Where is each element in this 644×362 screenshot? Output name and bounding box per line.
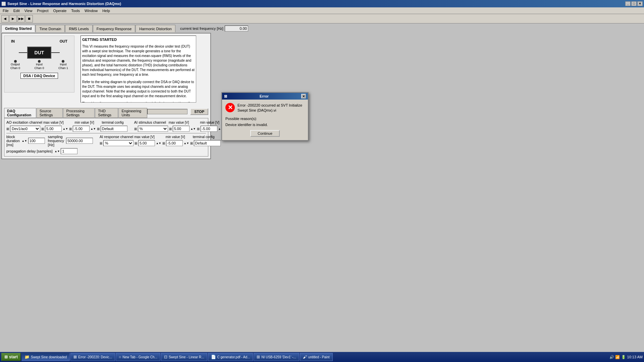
ao-excitation-section: AO excitation channel max value [V] min … bbox=[6, 120, 127, 132]
sampling-freq-input[interactable] bbox=[66, 138, 93, 144]
tab-getting-started[interactable]: Getting Started bbox=[1, 25, 35, 32]
ai-resp-max-input[interactable] bbox=[138, 140, 155, 146]
taskbar-label-0: Swept Sine downloaded bbox=[31, 355, 67, 359]
tab-thd-settings[interactable]: THD Settings bbox=[95, 108, 118, 118]
tab-source-settings[interactable]: Source Settings bbox=[37, 108, 63, 118]
text-content[interactable]: GETTING STARTED This VI measures the fre… bbox=[80, 36, 196, 103]
ao-max-input[interactable] bbox=[45, 126, 62, 132]
header-bar: Getting Started Time Domain RMS Levels F… bbox=[1, 25, 643, 32]
ai-stimulus-label: AI stimulus channel bbox=[134, 120, 168, 124]
ao-max-label: max value [V] bbox=[43, 121, 64, 124]
taskbar-item-3[interactable]: ⊡ Swept Sine - Linear R... bbox=[161, 353, 207, 361]
taskbar-item-1[interactable]: ⊠ Error -200220: Devic... bbox=[70, 353, 115, 361]
config-row-1: AO excitation channel max value [V] min … bbox=[6, 120, 206, 132]
ao-channel-icon: ⊞ bbox=[6, 127, 9, 131]
ao-term-label: terminal config bbox=[102, 121, 123, 124]
paragraph-2: Refer to the wiring diagram to physicall… bbox=[82, 80, 195, 99]
toolbar-run-cont[interactable]: ▶▶ bbox=[17, 15, 25, 22]
ao-max-spin[interactable]: ▲▼ bbox=[63, 127, 68, 130]
menu-edit[interactable]: Edit bbox=[11, 8, 22, 13]
taskbar-icon-6: 🖌 bbox=[303, 355, 307, 359]
ai-stim-max-spin[interactable]: ▲▼ bbox=[191, 127, 196, 130]
taskbar-item-0[interactable]: 📁 Swept Sine downloaded bbox=[21, 353, 70, 361]
toolbar-stop[interactable]: ⏹ bbox=[25, 15, 33, 22]
menu-file[interactable]: File bbox=[1, 8, 11, 13]
ao-min-label: min value [V] bbox=[75, 121, 94, 124]
taskbar-item-4[interactable]: 📄 C generator.pdf - Ad... bbox=[208, 353, 253, 361]
title-bar: ⬜ Swept Sine - Linear Response and Harmo… bbox=[0, 0, 644, 7]
taskbar-icon-5: ⊞ bbox=[257, 355, 260, 359]
title-bar-title: ⬜ Swept Sine - Linear Response and Harmo… bbox=[1, 2, 121, 6]
ai-resp-term-label: terminal config bbox=[193, 135, 215, 139]
tab-processing-settings[interactable]: Processing Settings bbox=[63, 108, 95, 118]
taskbar-item-5[interactable]: ⊞ NI USB-6259 'Dev1' -... bbox=[254, 353, 299, 361]
menu-tools[interactable]: Tools bbox=[69, 8, 82, 13]
ao-channel-select[interactable]: Dev1/ao0 bbox=[10, 126, 40, 132]
taskbar-item-2[interactable]: ○ New Tab - Google Ch... bbox=[116, 353, 160, 361]
diagram-area: IN OUT DUT OutputChan 0 bbox=[4, 36, 78, 93]
toolbar-back[interactable]: ◀ bbox=[1, 15, 9, 22]
getting-started-content: IN OUT DUT OutputChan 0 bbox=[4, 36, 208, 103]
main-content: Getting Started Time Domain RMS Levels F… bbox=[0, 23, 644, 161]
maximize-button[interactable]: □ bbox=[631, 1, 637, 6]
ai-resp-max-spin[interactable]: ▲▼ bbox=[156, 142, 161, 145]
stop-button[interactable]: STOP bbox=[190, 108, 208, 115]
taskbar-clock: 10:13 AM bbox=[627, 355, 643, 359]
title-bar-controls: _ □ ✕ bbox=[625, 1, 643, 6]
tab-harmonic-distortion[interactable]: Harmonic Distortion bbox=[136, 25, 175, 32]
taskbar-label-5: NI USB-6259 'Dev1' -... bbox=[261, 355, 296, 359]
toolbar-run[interactable]: ▶ bbox=[9, 15, 17, 22]
dialog-title-icon: ⊠ bbox=[224, 94, 227, 99]
ai-resp-min-input[interactable] bbox=[166, 140, 183, 146]
ai-resp-term-input[interactable] bbox=[194, 140, 221, 146]
timing-section: block duration [ms] ▲▼ sampling frequenc… bbox=[6, 135, 93, 154]
block-duration-row: block duration [ms] ▲▼ sampling frequenc… bbox=[6, 135, 93, 147]
ao-min-spin[interactable]: ▲▼ bbox=[91, 127, 96, 130]
start-button[interactable]: ⊞ start bbox=[1, 353, 21, 361]
tab-frequency-response[interactable]: Frequency Response bbox=[93, 25, 136, 32]
ai-resp-max-label: max value [V] bbox=[134, 135, 155, 139]
taskbar-label-1: Error -200220: Devic... bbox=[78, 355, 112, 359]
menu-bar: File Edit View Project Operate Tools Win… bbox=[0, 7, 644, 14]
ai-stim-min-label: min value [V] bbox=[200, 121, 219, 124]
dialog-continue-button[interactable]: Continue bbox=[250, 130, 280, 137]
tab-daq-configuration[interactable]: DAQ Configuration bbox=[4, 108, 36, 118]
start-label: start bbox=[9, 355, 18, 359]
close-button[interactable]: ✕ bbox=[637, 1, 643, 6]
ao-term-icon: ⊞ bbox=[97, 127, 100, 131]
dialog-close-button[interactable]: ✕ bbox=[301, 94, 306, 99]
ao-min-input[interactable] bbox=[73, 126, 90, 132]
propagation-row: propagation delay [samples] ▲▼ bbox=[6, 148, 93, 154]
taskbar-icon-4: 📄 bbox=[211, 355, 216, 359]
ai-response-select[interactable]: % bbox=[103, 140, 133, 146]
freq-input[interactable] bbox=[225, 25, 248, 32]
in-label: IN bbox=[11, 39, 15, 43]
tab-time-domain[interactable]: Time Domain bbox=[36, 25, 65, 32]
propagation-spin[interactable]: ▲▼ bbox=[55, 150, 60, 153]
menu-window[interactable]: Window bbox=[83, 8, 100, 13]
block-duration-input[interactable] bbox=[28, 138, 45, 144]
tab-engineering-units[interactable]: Engineering Units bbox=[118, 108, 147, 118]
menu-project[interactable]: Project bbox=[35, 8, 50, 13]
ai-stim-max-icon: ⊞ bbox=[169, 127, 172, 131]
ao-term-input[interactable] bbox=[101, 126, 127, 132]
block-duration-spin[interactable]: ▲▼ bbox=[22, 139, 27, 142]
menu-view[interactable]: View bbox=[22, 8, 35, 13]
menu-help[interactable]: Help bbox=[100, 8, 112, 13]
ai-resp-min-spin[interactable]: ▲▼ bbox=[184, 142, 189, 145]
device-label: DSA / DAQ Device bbox=[20, 73, 58, 79]
ai-stim-max-input[interactable] bbox=[173, 126, 190, 132]
ai-response-section: AI response channel max value [V] min va… bbox=[100, 135, 221, 154]
ai-stim-min-input[interactable] bbox=[201, 126, 217, 132]
tab-rms-levels[interactable]: RMS Levels bbox=[65, 25, 92, 32]
dut-box: DUT bbox=[27, 47, 52, 59]
taskbar-icon-1: ⊠ bbox=[73, 355, 77, 359]
menu-operate[interactable]: Operate bbox=[51, 8, 69, 13]
ai-stimulus-select[interactable]: % bbox=[138, 126, 168, 132]
ao-excitation-row: AO excitation channel max value [V] min … bbox=[6, 120, 127, 124]
taskbar-label-2: New Tab - Google Ch... bbox=[122, 355, 157, 359]
taskbar-item-6[interactable]: 🖌 untitled - Paint bbox=[300, 353, 333, 361]
propagation-input[interactable] bbox=[61, 148, 77, 154]
dialog-error-message: Error -200220 occurred at SVT Initialize… bbox=[237, 103, 305, 113]
minimize-button[interactable]: _ bbox=[625, 1, 631, 6]
